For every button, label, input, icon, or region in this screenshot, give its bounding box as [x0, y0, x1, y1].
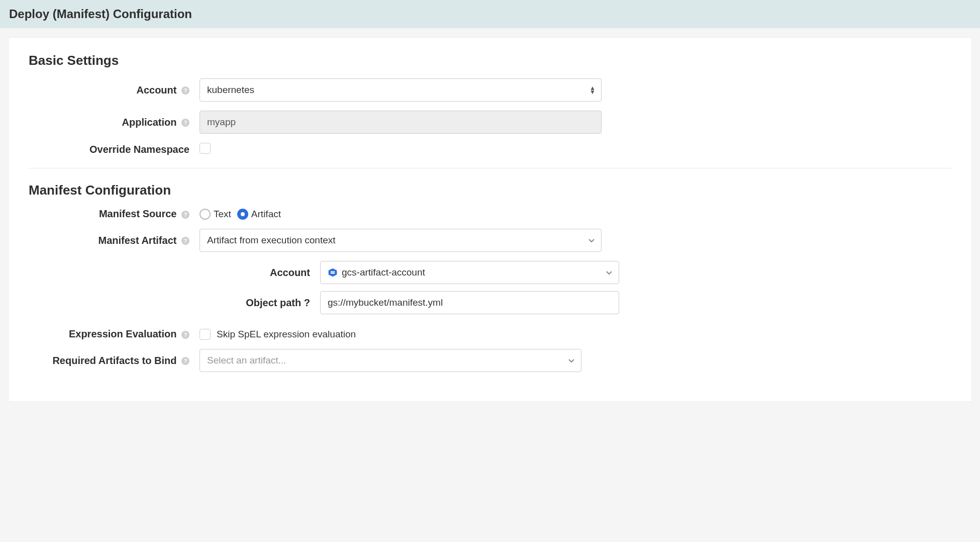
radio-artifact-label: Artifact — [251, 209, 281, 220]
basic-settings-section: Basic Settings Account ? kubernetes ▲▼ A… — [29, 53, 951, 156]
help-icon[interactable]: ? — [181, 119, 189, 127]
application-input: myapp — [200, 111, 602, 134]
account-row: Account ? kubernetes ▲▼ — [29, 78, 951, 102]
manifest-artifact-row: Manifest Artifact ? Artifact from execut… — [29, 229, 951, 252]
svg-rect-1 — [331, 272, 335, 273]
manifest-source-row: Manifest Source ? Text Artifact — [29, 208, 951, 220]
basic-settings-title: Basic Settings — [29, 53, 951, 68]
application-label: Application ? — [29, 117, 200, 128]
manifest-source-radio-group: Text Artifact — [200, 209, 602, 220]
required-artifacts-row: Required Artifacts to Bind ? Select an a… — [29, 349, 951, 372]
skip-spel-label: Skip SpEL expression evaluation — [217, 329, 356, 340]
required-artifacts-select[interactable]: Select an artifact... — [200, 349, 581, 372]
artifact-account-row: Account gcs-artifact-ac — [29, 261, 951, 284]
expression-eval-row: Expression Evaluation ? Skip SpEL expres… — [29, 328, 951, 340]
page-title: Deploy (Manifest) Configuration — [9, 7, 192, 21]
artifact-account-select[interactable]: gcs-artifact-account — [320, 261, 619, 284]
override-namespace-label: Override Namespace — [29, 144, 200, 155]
radio-text[interactable] — [200, 209, 211, 220]
svg-rect-2 — [331, 273, 335, 274]
skip-spel-checkbox[interactable] — [200, 329, 211, 340]
help-icon[interactable]: ? — [181, 86, 189, 95]
application-row: Application ? myapp — [29, 111, 951, 134]
object-path-row: Object path ? — [29, 291, 951, 314]
radio-artifact[interactable] — [237, 209, 248, 220]
manifest-artifact-select[interactable]: Artifact from execution context — [200, 229, 602, 252]
expression-eval-label: Expression Evaluation ? — [29, 328, 200, 340]
manifest-artifact-label: Manifest Artifact ? — [29, 235, 200, 246]
help-icon[interactable]: ? — [181, 357, 189, 365]
content-panel: Basic Settings Account ? kubernetes ▲▼ A… — [8, 37, 972, 402]
object-path-input[interactable] — [320, 291, 619, 314]
object-path-label: Object path ? — [29, 297, 320, 309]
manifest-config-section: Manifest Configuration Manifest Source ?… — [29, 183, 951, 372]
page-header: Deploy (Manifest) Configuration — [0, 0, 980, 28]
required-artifacts-label: Required Artifacts to Bind ? — [29, 355, 200, 367]
artifact-account-label: Account — [29, 267, 320, 279]
section-divider — [29, 168, 951, 168]
gcs-icon — [328, 267, 338, 278]
svg-marker-0 — [329, 268, 337, 277]
help-icon[interactable]: ? — [181, 237, 189, 245]
account-select[interactable]: kubernetes — [200, 78, 602, 102]
override-namespace-checkbox[interactable] — [200, 143, 211, 154]
help-icon[interactable]: ? — [304, 297, 310, 308]
help-icon[interactable]: ? — [181, 331, 189, 339]
artifact-details-block: Account gcs-artifact-ac — [29, 261, 951, 314]
account-label: Account ? — [29, 84, 200, 96]
manifest-config-title: Manifest Configuration — [29, 183, 951, 198]
radio-text-label: Text — [214, 209, 231, 220]
override-namespace-row: Override Namespace — [29, 143, 951, 156]
manifest-source-label: Manifest Source ? — [29, 208, 200, 220]
help-icon[interactable]: ? — [181, 211, 189, 219]
